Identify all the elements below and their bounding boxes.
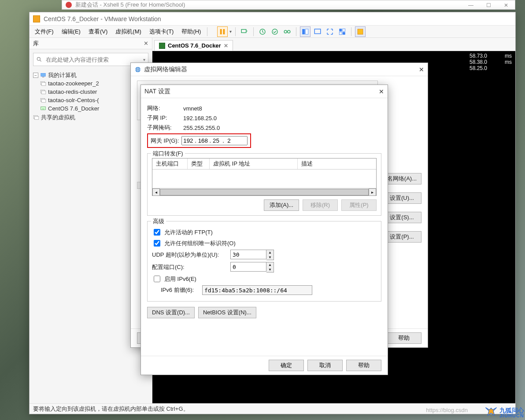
tab-active[interactable]: CentOS 7.6_Docker ✕ — [154, 40, 233, 51]
menu-edit[interactable]: 编辑(E) — [58, 28, 84, 36]
remove-button: 移除(R) — [303, 199, 338, 211]
vm-icon — [40, 89, 46, 95]
spin-down-icon[interactable]: ▼ — [266, 267, 274, 272]
svg-rect-17 — [42, 77, 44, 77]
nat-settings-button[interactable]: 设置(S)... — [382, 212, 421, 223]
dropdown-icon[interactable]: ▾ — [229, 29, 232, 34]
port-forward-table[interactable]: 主机端口 类型 虚拟机 IP 地址 描述 ◂ ▸ — [152, 158, 377, 196]
help-button[interactable]: 帮助 — [386, 332, 421, 344]
thumbnail-view-icon[interactable] — [300, 26, 311, 37]
fullscreen-icon[interactable] — [325, 26, 335, 37]
ipv6-prefix-field: IPv6 前缀(6): — [161, 285, 377, 295]
svg-rect-12 — [340, 32, 342, 34]
port-forward-group: 端口转发(F) 主机端口 类型 虚拟机 IP 地址 描述 ◂ ▸ 添加(A)..… — [147, 153, 381, 216]
send-icon[interactable] — [239, 26, 250, 37]
collapse-icon[interactable]: − — [33, 73, 38, 78]
sidebar-close-icon[interactable]: ✕ — [144, 40, 148, 47]
computer-icon — [40, 72, 46, 78]
vne-right-buttons: 名网络(A)... 设置(U)... 设置(S)... 设置(P)... — [382, 173, 421, 324]
tab-close-icon[interactable]: ✕ — [224, 43, 228, 49]
ipv6-prefix-input — [202, 285, 312, 295]
library-icon[interactable] — [355, 26, 366, 37]
svg-rect-1 — [223, 29, 225, 34]
menu-view[interactable]: 查看(V) — [85, 28, 111, 36]
config-port-field: 配置端口(C): ▲▼ — [152, 262, 377, 273]
separator — [296, 27, 296, 36]
svg-rect-23 — [42, 99, 46, 102]
menu-tabs[interactable]: 选项卡(T) — [146, 28, 177, 36]
spin-down-icon[interactable]: ▼ — [266, 255, 274, 260]
vne-titlebar[interactable]: 虚拟网络编辑器 ✕ — [131, 63, 428, 76]
adapter-settings-button[interactable]: 设置(P)... — [382, 231, 421, 243]
subnet-mask-field: 子网掩码: 255.255.255.0 — [147, 124, 381, 132]
add-button[interactable]: 添加(A)... — [264, 199, 299, 211]
advanced-group: 高级 允许活动的 FTP(T) 允许任何组织唯一标识符(O) UDP 超时(以秒… — [147, 221, 381, 302]
dropdown-icon[interactable]: ▾ — [143, 57, 145, 62]
enable-ipv6-checkbox[interactable]: 启用 IPv6(E) — [152, 274, 377, 284]
scroll-thumb[interactable] — [160, 189, 369, 195]
dialog-title: NAT 设置 — [144, 88, 170, 96]
allow-ftp-checkbox[interactable]: 允许活动的 FTP(T) — [152, 228, 377, 237]
shared-icon — [33, 114, 39, 121]
config-port-input[interactable] — [230, 262, 266, 272]
scroll-right-icon[interactable]: ▸ — [369, 188, 376, 196]
svg-rect-9 — [315, 29, 321, 34]
help-button[interactable]: 帮助 — [346, 360, 381, 371]
hscrollbar[interactable]: ◂ ▸ — [152, 188, 376, 195]
vmware-titlebar[interactable]: CentOS 7.6_Docker - VMware Workstation — [30, 12, 515, 26]
revert-icon[interactable] — [270, 26, 280, 37]
close-icon[interactable]: ✕ — [419, 66, 424, 73]
svg-rect-11 — [343, 29, 345, 31]
netbios-settings-button[interactable]: NetBIOS 设置(N)... — [198, 307, 256, 318]
gateway-highlight: 网关 IP(G): — [147, 133, 251, 148]
unity-icon[interactable] — [337, 26, 348, 37]
menubar: 文件(F) 编辑(E) 查看(V) 虚拟机(M) 选项卡(T) 帮助(H) ▾ — [30, 26, 515, 38]
svg-point-6 — [288, 30, 290, 33]
properties-button: 属性(P) — [341, 199, 377, 211]
dns-settings-button[interactable]: DNS 设置(D)... — [147, 307, 195, 318]
spin-up-icon[interactable]: ▲ — [266, 262, 274, 267]
vm-icon — [40, 106, 46, 112]
spin-up-icon[interactable]: ▲ — [266, 250, 274, 255]
config-port-spinner[interactable]: ▲▼ — [230, 262, 274, 273]
separator — [207, 27, 207, 36]
subnet-ip-value: 192.168.25.0 — [183, 115, 217, 122]
pause-icon[interactable] — [217, 26, 228, 37]
sidebar-header: 库 ✕ — [30, 38, 152, 49]
gateway-input[interactable] — [181, 136, 248, 145]
svg-rect-7 — [303, 29, 305, 34]
udp-timeout-spinner[interactable]: ▲▼ — [230, 250, 274, 260]
menu-file[interactable]: 文件(F) — [31, 28, 57, 36]
menu-vm[interactable]: 虚拟机(M) — [112, 28, 145, 36]
search-input[interactable] — [45, 56, 140, 63]
close-icon[interactable]: ✕ — [497, 0, 515, 10]
network-value: vmnet8 — [183, 105, 202, 112]
svg-rect-26 — [35, 117, 39, 120]
ok-button[interactable]: 确定 — [269, 360, 304, 371]
menu-help[interactable]: 帮助(H) — [178, 28, 204, 36]
udp-timeout-input[interactable] — [230, 250, 266, 259]
rename-network-button[interactable]: 名网络(A)... — [382, 173, 421, 184]
separator — [253, 27, 254, 36]
separator — [351, 27, 351, 36]
svg-rect-10 — [340, 29, 342, 31]
scroll-left-icon[interactable]: ◂ — [152, 188, 160, 196]
sidebar-title: 库 — [33, 40, 39, 48]
globe-icon — [134, 66, 141, 73]
dhcp-settings-button[interactable]: 设置(U)... — [382, 192, 421, 204]
svg-rect-2 — [242, 29, 247, 33]
close-icon[interactable]: ✕ — [379, 88, 384, 95]
svg-rect-8 — [306, 29, 308, 34]
manage-snapshots-icon[interactable] — [282, 26, 292, 37]
tab-strip: CentOS 7.6_Docker ✕ — [152, 38, 515, 51]
console-view-icon[interactable] — [312, 26, 323, 37]
status-text: 要将输入定向到该虚拟机，请在虚拟机内部单击或按 Ctrl+G。 — [33, 405, 189, 413]
snapshot-icon[interactable] — [257, 26, 268, 37]
nat-titlebar[interactable]: NAT 设置 ✕ — [141, 85, 388, 98]
maximize-icon[interactable]: ☐ — [480, 0, 497, 10]
cancel-button[interactable]: 取消 — [307, 360, 343, 371]
vm-icon — [40, 81, 46, 87]
allow-org-checkbox[interactable]: 允许任何组织唯一标识符(O) — [152, 239, 377, 248]
tab-label: CentOS 7.6_Docker — [168, 42, 221, 49]
minimize-icon[interactable]: — — [462, 0, 480, 10]
